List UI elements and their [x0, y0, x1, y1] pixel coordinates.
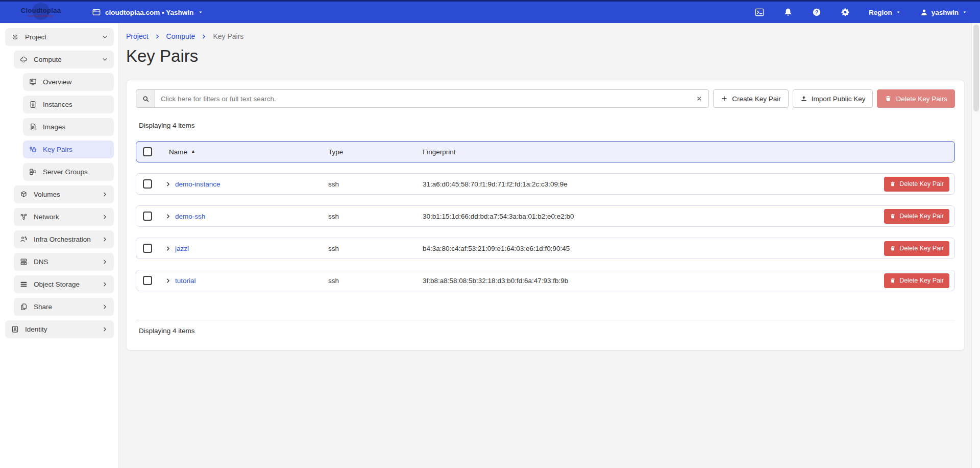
sidebar-item-icon	[29, 168, 37, 176]
breadcrumb-segment: Compute	[166, 32, 208, 40]
breadcrumb-segment: Key Pairs	[213, 32, 243, 40]
sidebar-item-chevron-icon	[102, 281, 108, 288]
key-pair-name-link[interactable]: demo-instance	[175, 180, 328, 188]
delete-key-pair-label: Delete Key Pair	[899, 180, 944, 188]
user-menu[interactable]: yashwin	[920, 8, 968, 17]
row-checkbox[interactable]	[143, 244, 152, 253]
breadcrumb-chevron-icon	[201, 33, 207, 40]
sidebar-item[interactable]: Project	[5, 28, 114, 46]
delete-key-pair-button[interactable]: Delete Key Pair	[884, 241, 949, 256]
sidebar-item-label: Infra Orchestration	[34, 236, 91, 243]
sidebar-item-chevron-icon	[102, 259, 108, 265]
row-expand-chevron-icon[interactable]	[165, 213, 172, 220]
breadcrumb-link[interactable]: Project	[126, 32, 149, 40]
sidebar-item-icon	[11, 325, 19, 334]
column-header-type[interactable]: Type	[328, 148, 423, 156]
toolbar-button-icon	[721, 95, 728, 102]
key-pair-name-link[interactable]: demo-ssh	[175, 213, 328, 220]
sidebar-item[interactable]: Compute	[14, 51, 114, 68]
sidebar-item-label: Compute	[34, 56, 62, 63]
toolbar-button[interactable]: Create Key Pair	[713, 89, 788, 108]
sidebar-item-icon	[11, 33, 19, 41]
toolbar-button-label: Import Public Key	[812, 95, 866, 103]
sidebar-item[interactable]: Images	[23, 118, 114, 136]
column-header-name-label: Name	[169, 148, 187, 156]
delete-key-pair-button[interactable]: Delete Key Pair	[884, 177, 949, 192]
settings-icon[interactable]	[840, 7, 850, 17]
sidebar-item[interactable]: Instances	[23, 96, 114, 113]
toolbar-button[interactable]: Import Public Key	[793, 89, 873, 108]
app-window-icon	[92, 8, 101, 17]
brand-logo-title: Cloudtopiaa	[7, 7, 75, 14]
sidebar-item[interactable]: Object Storage	[14, 275, 114, 293]
console-icon[interactable]	[754, 7, 765, 17]
filter-search	[136, 89, 709, 108]
user-icon	[920, 8, 928, 17]
sidebar-item-icon	[19, 302, 28, 311]
sidebar-item-label: Server Groups	[43, 168, 88, 176]
toolbar-button[interactable]: Delete Key Pairs	[877, 89, 955, 108]
sort-asc-indicator: ▲	[191, 149, 195, 154]
brand-logo[interactable]: Cloudtopiaa Your Cloud Partner	[7, 7, 75, 18]
sidebar-item-icon	[19, 280, 28, 289]
sidebar-item[interactable]: Volumes	[14, 185, 114, 203]
sidebar-item-icon	[19, 258, 28, 266]
sidebar-item[interactable]: DNS	[14, 253, 114, 271]
domain-project-switcher[interactable]: cloudtopiaa.com • Yashwin	[92, 8, 204, 17]
search-input[interactable]	[155, 90, 690, 107]
column-header-fingerprint[interactable]: Fingerprint	[423, 148, 878, 156]
breadcrumb-segment: Project	[126, 32, 161, 40]
row-checkbox[interactable]	[143, 179, 152, 189]
toolbar-buttons: Create Key Pair Import Public Key Delete…	[713, 89, 955, 108]
trash-icon	[890, 245, 896, 251]
sidebar-item[interactable]: Overview	[23, 73, 114, 91]
delete-key-pair-label: Delete Key Pair	[899, 277, 944, 284]
delete-key-pair-button[interactable]: Delete Key Pair	[884, 273, 949, 288]
key-pair-fingerprint: 3f:b8:a8:58:08:5b:32:18:d3:b0:fd:6a:47:9…	[423, 277, 878, 285]
table-row: demo-ssh ssh 30:b1:15:1d:66:dd:bd:a7:54:…	[136, 205, 955, 227]
breadcrumb-link[interactable]: Compute	[166, 32, 195, 40]
search-icon[interactable]	[136, 90, 155, 107]
breadcrumb-link[interactable]: Key Pairs	[213, 32, 243, 40]
row-expand-chevron-icon[interactable]	[165, 181, 172, 188]
sidebar-item[interactable]: Key Pairs	[23, 141, 114, 158]
row-action-cell: Delete Key Pair	[884, 273, 949, 288]
sidebar-item-icon	[29, 123, 37, 131]
row-expand-chevron-icon[interactable]	[165, 277, 172, 284]
key-pair-type: ssh	[328, 180, 423, 188]
notifications-icon[interactable]	[783, 7, 793, 17]
table-header-row: Name ▲ Type Fingerprint	[136, 141, 955, 162]
sidebar-item-icon	[19, 55, 28, 64]
row-expand-chevron-icon[interactable]	[165, 245, 172, 252]
delete-key-pair-button[interactable]: Delete Key Pair	[884, 209, 949, 224]
scrollbar-thumb[interactable]	[973, 25, 979, 111]
sidebar-item[interactable]: Server Groups	[23, 163, 114, 181]
sidebar-nav: Project Compute Overview Instances Image…	[0, 23, 119, 468]
toolbar-button-label: Create Key Pair	[732, 95, 780, 103]
trash-icon	[890, 277, 896, 284]
page-scrollbar[interactable]	[971, 23, 980, 468]
page-title: Key Pairs	[126, 46, 966, 66]
key-pair-fingerprint: 31:a6:d0:45:58:70:f1:9d:71:f2:fd:1a:2c:c…	[423, 180, 878, 188]
sidebar-item-label: Overview	[43, 78, 71, 86]
row-action-cell: Delete Key Pair	[884, 177, 949, 192]
sidebar-item[interactable]: Identity	[5, 320, 114, 338]
table-footer-divider	[136, 320, 955, 320]
key-pair-name-link[interactable]: tutorial	[175, 277, 328, 285]
sidebar-item-chevron-icon	[102, 236, 108, 243]
key-pair-fingerprint: b4:3a:80:c4:af:53:21:09:e1:64:03:e6:1d:f…	[423, 245, 878, 252]
row-checkbox[interactable]	[143, 212, 152, 221]
toolbar: Create Key Pair Import Public Key Delete…	[136, 89, 955, 108]
sidebar-item[interactable]: Share	[14, 298, 114, 316]
column-header-name[interactable]: Name ▲	[159, 148, 328, 156]
key-pair-name-link[interactable]: jazzi	[175, 245, 328, 252]
sidebar-item-chevron-icon	[102, 56, 108, 63]
sidebar-item[interactable]: Network	[14, 208, 114, 226]
help-icon[interactable]: ?	[812, 7, 822, 17]
select-all-checkbox[interactable]	[143, 147, 152, 156]
row-checkbox[interactable]	[143, 276, 152, 285]
close-icon[interactable]	[690, 90, 708, 107]
caret-down-icon	[895, 9, 901, 15]
region-dropdown[interactable]: Region	[869, 9, 901, 16]
sidebar-item[interactable]: Infra Orchestration	[14, 230, 114, 248]
